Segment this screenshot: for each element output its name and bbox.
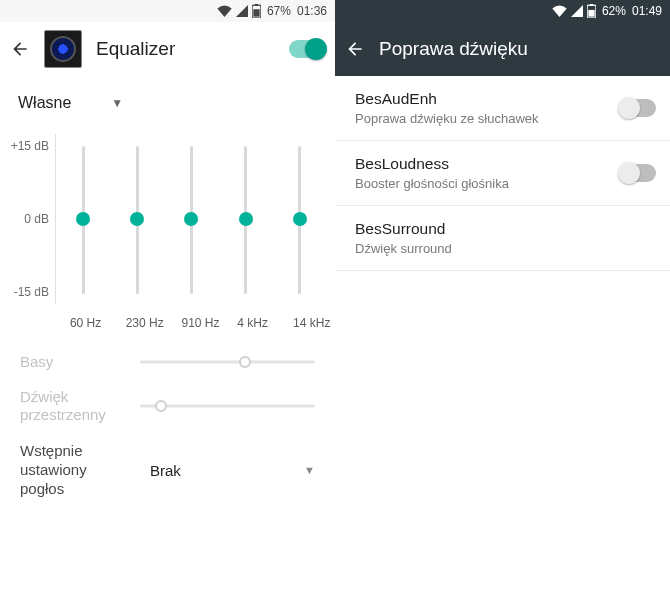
- equalizer-toggle[interactable]: [289, 40, 325, 58]
- bass-label: Basy: [20, 353, 140, 371]
- y-tick: +15 dB: [11, 139, 49, 153]
- spatial-label: Dźwięk przestrzenny: [20, 388, 140, 424]
- signal-icon: [571, 5, 583, 17]
- y-tick: 0 dB: [24, 212, 49, 226]
- bass-slider[interactable]: [140, 352, 315, 372]
- battery-icon: [587, 4, 596, 18]
- battery-percent: 67%: [267, 4, 291, 18]
- band-label: 4 kHz: [237, 316, 265, 330]
- band-slider-4khz[interactable]: [232, 134, 260, 304]
- svg-rect-1: [255, 4, 259, 6]
- band-slider-910hz[interactable]: [177, 134, 205, 304]
- setting-subtitle: Booster głośności głośnika: [355, 176, 610, 191]
- page-title: Poprawa dźwięku: [379, 38, 528, 60]
- signal-icon: [236, 5, 248, 17]
- setting-toggle[interactable]: [620, 99, 656, 117]
- equalizer-app: 67% 01:36 Equalizer Własne ▼ +15 dB 0 dB…: [0, 0, 335, 595]
- toolbar: Equalizer: [0, 22, 335, 76]
- band-label: 230 Hz: [126, 316, 154, 330]
- band-slider-230hz[interactable]: [123, 134, 151, 304]
- spatial-slider[interactable]: [140, 396, 315, 416]
- band-labels: 60 Hz 230 Hz 910 Hz 4 kHz 14 kHz: [0, 308, 335, 344]
- battery-percent: 62%: [602, 4, 626, 18]
- page-title: Equalizer: [96, 38, 175, 60]
- svg-rect-2: [253, 9, 259, 16]
- back-icon[interactable]: [10, 39, 30, 59]
- setting-item[interactable]: BesLoudnessBooster głośności głośnika: [335, 141, 670, 206]
- band-slider-60hz[interactable]: [69, 134, 97, 304]
- setting-title: BesSurround: [355, 220, 610, 238]
- setting-toggle[interactable]: [620, 164, 656, 182]
- status-bar: 62% 01:49: [335, 0, 670, 22]
- clock: 01:36: [297, 4, 327, 18]
- toolbar: Poprawa dźwięku: [335, 22, 670, 76]
- preset-value: Własne: [18, 94, 71, 112]
- setting-item[interactable]: BesAudEnhPoprawa dźwięku ze słuchawek: [335, 76, 670, 141]
- wifi-icon: [217, 5, 232, 17]
- y-tick: -15 dB: [14, 285, 49, 299]
- sound-improvement-app: 62% 01:49 Poprawa dźwięku BesAudEnhPopra…: [335, 0, 670, 595]
- chevron-down-icon: ▼: [304, 464, 315, 476]
- chevron-down-icon: ▼: [111, 96, 123, 110]
- back-icon[interactable]: [345, 39, 365, 59]
- spatial-row: Dźwięk przestrzenny: [0, 380, 335, 432]
- setting-item[interactable]: BesSurroundDźwięk surround: [335, 206, 670, 271]
- band-label: 910 Hz: [181, 316, 209, 330]
- svg-rect-4: [590, 4, 594, 6]
- status-bar: 67% 01:36: [0, 0, 335, 22]
- svg-rect-5: [588, 10, 594, 17]
- reverb-value: Brak: [150, 462, 181, 479]
- wifi-icon: [552, 5, 567, 17]
- reverb-row[interactable]: Wstępnie ustawiony pogłos Brak ▼: [0, 432, 335, 498]
- setting-subtitle: Dźwięk surround: [355, 241, 610, 256]
- y-axis: +15 dB 0 dB -15 dB: [0, 134, 56, 304]
- band-label: 60 Hz: [70, 316, 98, 330]
- band-label: 14 kHz: [293, 316, 321, 330]
- app-icon: [44, 30, 82, 68]
- clock: 01:49: [632, 4, 662, 18]
- setting-subtitle: Poprawa dźwięku ze słuchawek: [355, 111, 610, 126]
- battery-icon: [252, 4, 261, 18]
- equalizer-bands: +15 dB 0 dB -15 dB: [0, 120, 335, 308]
- reverb-label: Wstępnie ustawiony pogłos: [20, 442, 120, 498]
- band-slider-14khz[interactable]: [286, 134, 314, 304]
- settings-list: BesAudEnhPoprawa dźwięku ze słuchawekBes…: [335, 76, 670, 271]
- preset-dropdown[interactable]: Własne ▼: [0, 76, 335, 120]
- bass-row: Basy: [0, 344, 335, 380]
- setting-title: BesLoudness: [355, 155, 610, 173]
- setting-title: BesAudEnh: [355, 90, 610, 108]
